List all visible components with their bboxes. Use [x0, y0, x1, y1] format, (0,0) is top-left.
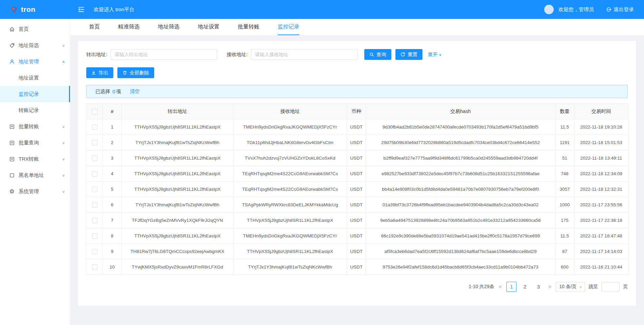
cell-checkbox — [87, 166, 103, 182]
cell-time: 2022-11-16 21:10:44 — [574, 259, 628, 275]
cell-currency: USDT — [347, 259, 366, 275]
row-checkbox[interactable] — [92, 249, 97, 254]
row-checkbox[interactable] — [92, 140, 97, 145]
row-checkbox[interactable] — [92, 202, 97, 208]
row-checkbox[interactable] — [92, 187, 97, 192]
sidebar-item-address-manage[interactable]: 地址管理 ∧ — [0, 53, 70, 70]
sidebar-item-address-settings[interactable]: 地址设置 — [0, 70, 70, 86]
to-address-input[interactable] — [251, 49, 358, 60]
cell-index: 3 — [103, 150, 122, 166]
chevron-down-icon: ∨ — [62, 125, 65, 129]
tabbar: 首页 精准筛选 地址筛选 地址设置 批量转账 监控记录 — [70, 19, 644, 36]
sidebar-item-batch-transfer[interactable]: 批量转账 ∨ — [0, 118, 70, 135]
cell-to-address: TMEHn9ydsDriGkgRxaJKGQWMEDjX5FzCYr — [233, 119, 347, 135]
page-button-1[interactable]: 1 — [506, 282, 516, 292]
sidebar-item-system-manage[interactable]: ⚙ 系统管理 ∨ — [0, 183, 70, 200]
cell-checkbox — [87, 244, 103, 259]
records-table: # 转出地址 接收地址 币种 交易hash 数量 交易时间 1 TTHVpXS5… — [86, 103, 628, 275]
tag-icon — [9, 42, 15, 48]
cell-checkbox — [87, 150, 103, 166]
prev-page-button[interactable]: < — [498, 284, 503, 289]
selection-count: 0 — [113, 89, 115, 94]
row-checkbox[interactable] — [92, 264, 97, 270]
cell-tx-hash: af5fca3eb6dad7ea5f2c6ff15592d138d624af6a… — [366, 244, 555, 259]
tab-home[interactable]: 首页 — [89, 19, 100, 35]
chevron-up-icon: ∧ — [62, 60, 65, 64]
sidebar-item-blacklist[interactable]: 黑名单地址 ∨ — [0, 167, 70, 183]
chevron-down-icon: ∨ — [439, 53, 442, 56]
row-checkbox[interactable] — [92, 218, 97, 223]
sidebar-item-home[interactable]: 首页 — [0, 21, 70, 37]
page-size-value: 10 条/页 — [559, 284, 576, 290]
row-checkbox[interactable] — [92, 156, 97, 161]
sidebar-item-transfer-records[interactable]: 转账记录 — [0, 102, 70, 118]
cell-time: 2022-11-17 14:14:03 — [574, 244, 628, 259]
user-icon — [9, 59, 15, 65]
cell-to-address: TEqRHTqsgM2me4S22CcG9AEorwabkSM7Cs — [233, 166, 347, 182]
sidebar-item-address-filter[interactable]: 地址筛选 ∨ — [0, 37, 70, 53]
cell-tx-hash: 9eb5a6a4947513928898e8fc24a70b9563a951b2… — [366, 213, 555, 228]
jump-label: 跳至 — [589, 284, 598, 290]
welcome-text: 欢迎进入 tron平台 — [94, 6, 134, 13]
cell-checkbox — [87, 135, 103, 150]
cell-index: 8 — [103, 228, 122, 244]
tab-precise-filter[interactable]: 精准筛选 — [118, 19, 140, 35]
logo-text: tron — [21, 5, 36, 14]
cell-to-address: TMEHn9ydsDriGkgRxaJKGQWMEDjX5FzCYr — [233, 228, 347, 244]
chevron-down-icon: ∨ — [62, 44, 65, 47]
cell-to-address: TGk11p6hdJjHbaLNKitG8ervGv4GbFsCtm — [233, 135, 347, 150]
tab-address-filter[interactable]: 地址筛选 — [158, 19, 180, 35]
table-row: 3 TTHVpXS5jJ9gbzUjh8SR1L1KL2fhEastpX TVs… — [87, 150, 628, 166]
clear-selection-link[interactable]: 清空 — [130, 88, 140, 95]
expand-toggle[interactable]: 展开 ∨ — [428, 51, 441, 58]
download-icon — [91, 70, 96, 75]
page-size-select[interactable]: 10 条/页 ∨ — [556, 282, 585, 292]
tab-address-settings[interactable]: 地址设置 — [198, 19, 220, 35]
cell-index: 10 — [103, 259, 122, 275]
table-row: 10 TYwjKMX5jsRxdDyvZ9caxvM1FmR8rLFXGd TY… — [87, 259, 628, 275]
avatar[interactable] — [544, 5, 554, 14]
tab-monitor-records[interactable]: 监控记录 — [278, 19, 299, 35]
page-button-3[interactable]: 3 — [533, 282, 544, 292]
table-row: 4 TTHVpXS5jJ9gbzUjh8SR1L1KL2fhEastpX TEq… — [87, 166, 628, 182]
row-checkbox[interactable] — [92, 124, 97, 130]
from-address-input[interactable] — [111, 49, 217, 60]
jump-page-input[interactable] — [601, 282, 620, 292]
table-row: 6 TYrjTJx1Y3hmajKujf81wTsZiqNKcWwfBh TSA… — [87, 197, 628, 213]
search-icon — [369, 52, 374, 57]
logout-button[interactable]: 退出登录 — [606, 6, 634, 13]
select-all-checkbox[interactable] — [92, 109, 97, 114]
table-header-row: # 转出地址 接收地址 币种 交易hash 数量 交易时间 — [87, 104, 628, 119]
sidebar-item-trx-transfer[interactable]: TRX转账 ∨ — [0, 151, 70, 167]
logo[interactable]: tron — [0, 5, 70, 14]
expand-label: 展开 — [428, 51, 438, 58]
menu-fold-icon[interactable] — [77, 6, 85, 13]
sidebar-item-monitor-records[interactable]: 监控记录 — [0, 86, 70, 102]
reset-button[interactable]: 重置 — [395, 49, 422, 60]
topbar-right: 欢迎您，管理员 退出登录 — [544, 5, 644, 14]
delete-all-button[interactable]: 全部删除 — [117, 67, 154, 78]
row-checkbox[interactable] — [92, 171, 97, 177]
cell-time: 2022-11-17 22:38:18 — [574, 213, 628, 228]
logout-icon — [606, 7, 612, 12]
filter-row: 转出地址: 接收地址: 查询 重置 — [86, 49, 628, 60]
page-button-2[interactable]: 2 — [520, 282, 530, 292]
sidebar-item-label: 监控记录 — [19, 91, 39, 97]
tab-batch-transfer[interactable]: 批量转账 — [238, 19, 259, 35]
cell-amount: 600 — [555, 259, 574, 275]
cell-index: 9 — [103, 244, 122, 259]
search-button[interactable]: 查询 — [364, 49, 391, 60]
sidebar-item-label: 首页 — [19, 26, 29, 32]
chevron-down-icon: ∨ — [579, 285, 582, 289]
next-page-button[interactable]: > — [547, 284, 552, 289]
cell-tx-hash: 9753e26e94f2afef158dc6d1d45bacb8d65f3cb4… — [366, 259, 555, 275]
row-checkbox[interactable] — [92, 233, 97, 239]
cell-amount: 1000 — [555, 197, 574, 213]
cell-index: 6 — [103, 197, 122, 213]
sidebar-item-batch-query[interactable]: 批量查询 ∨ — [0, 135, 70, 151]
cell-to-address: TSAgPpkWRyRWXkrc83DeELJKMYkkaMdcUg — [233, 197, 347, 213]
cell-to-address: TVsX7huh2dzvuj7zVUHGZxYDokL8CoSxKd — [233, 150, 347, 166]
export-button[interactable]: 导出 — [86, 67, 113, 78]
table-body: 1 TTHVpXS5jJ9gbzUjh8SR1L1KL2fhEastpX TME… — [87, 119, 628, 275]
chevron-down-icon: ∨ — [62, 141, 65, 145]
